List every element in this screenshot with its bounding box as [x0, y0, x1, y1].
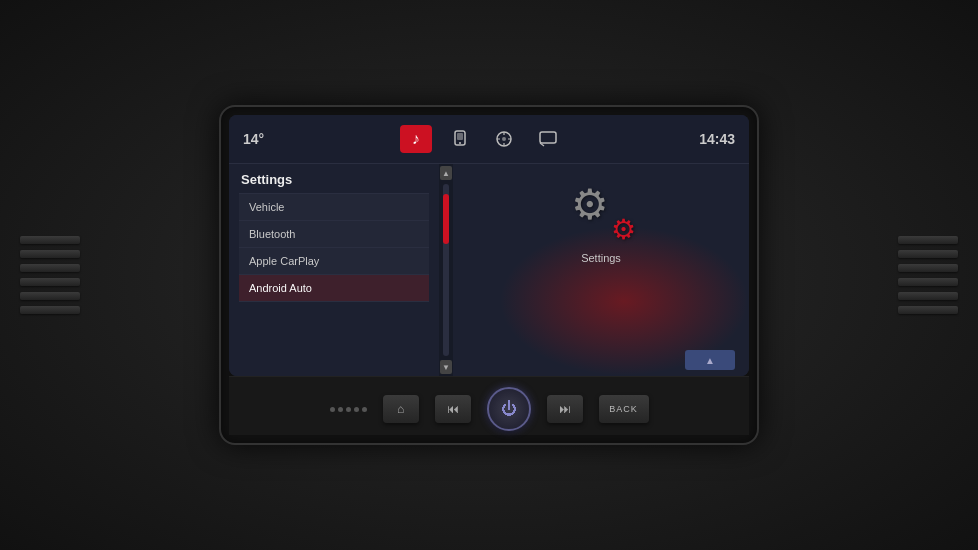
settings-item-apple-carplay[interactable]: Apple CarPlay: [239, 248, 429, 275]
scrollbar: ▲ ▼: [439, 164, 453, 376]
time-display: 14:43: [699, 131, 735, 147]
settings-title: Settings: [239, 172, 429, 187]
vent-left: [20, 236, 80, 314]
settings-panel: Settings Vehicle Bluetooth Apple CarPlay…: [229, 164, 439, 376]
control-bar: ⌂ ⏮ ⏻ ⏭ BACK: [229, 376, 749, 435]
dashboard: 14° ♪: [0, 0, 978, 550]
indicator-dots: [330, 407, 367, 412]
phone-icon-btn[interactable]: [444, 125, 476, 153]
gear-large-icon: ⚙: [571, 184, 609, 226]
dot-4: [354, 407, 359, 412]
back-button[interactable]: BACK: [599, 395, 649, 423]
scroll-track: [443, 184, 449, 356]
vent-slat: [898, 264, 958, 272]
dot-5: [362, 407, 367, 412]
messages-icon-btn[interactable]: [532, 125, 564, 153]
vent-slat: [20, 306, 80, 314]
home-button[interactable]: ⌂: [383, 395, 419, 423]
vent-slat: [20, 264, 80, 272]
icon-bar: ♪: [400, 121, 564, 157]
scroll-down-button[interactable]: ▼: [440, 360, 452, 374]
previous-button[interactable]: ⏮: [435, 395, 471, 423]
nav-icon-btn[interactable]: [488, 125, 520, 153]
vent-slat: [20, 278, 80, 286]
vent-right: [898, 236, 958, 314]
svg-rect-1: [457, 133, 463, 140]
vent-slat: [898, 236, 958, 244]
svg-rect-9: [540, 132, 556, 143]
gear-small-icon: ⚙: [611, 216, 636, 244]
vent-slat: [20, 250, 80, 258]
infotainment-screen: 14° ♪: [229, 115, 749, 376]
next-button[interactable]: ⏭: [547, 395, 583, 423]
scroll-thumb: [443, 194, 449, 244]
settings-list: Vehicle Bluetooth Apple CarPlay Android …: [239, 193, 429, 368]
settings-item-vehicle[interactable]: Vehicle: [239, 193, 429, 221]
svg-point-4: [502, 137, 506, 141]
settings-item-bluetooth[interactable]: Bluetooth: [239, 221, 429, 248]
vent-slat: [20, 292, 80, 300]
vent-slat: [898, 278, 958, 286]
vent-slat: [898, 306, 958, 314]
settings-item-android-auto[interactable]: Android Auto: [239, 275, 429, 302]
settings-icon-label: Settings: [581, 252, 621, 264]
vent-slat: [20, 236, 80, 244]
scroll-up-button[interactable]: ▲: [440, 166, 452, 180]
scroll-up-overlay-button[interactable]: ▲: [685, 350, 735, 370]
main-content: Settings Vehicle Bluetooth Apple CarPlay…: [229, 164, 749, 376]
status-bar: 14° ♪: [229, 115, 749, 164]
svg-point-2: [459, 142, 461, 144]
music-icon-btn[interactable]: ♪: [400, 125, 432, 153]
vent-slat: [898, 250, 958, 258]
dot-1: [330, 407, 335, 412]
right-panel: ⚙ ⚙ Settings ▲: [453, 164, 749, 376]
temperature-display: 14°: [243, 131, 264, 147]
dot-3: [346, 407, 351, 412]
screen-bezel: 14° ♪: [219, 105, 759, 445]
vent-slat: [898, 292, 958, 300]
settings-gear-icon: ⚙ ⚙: [566, 184, 636, 244]
power-button[interactable]: ⏻: [487, 387, 531, 431]
dot-2: [338, 407, 343, 412]
